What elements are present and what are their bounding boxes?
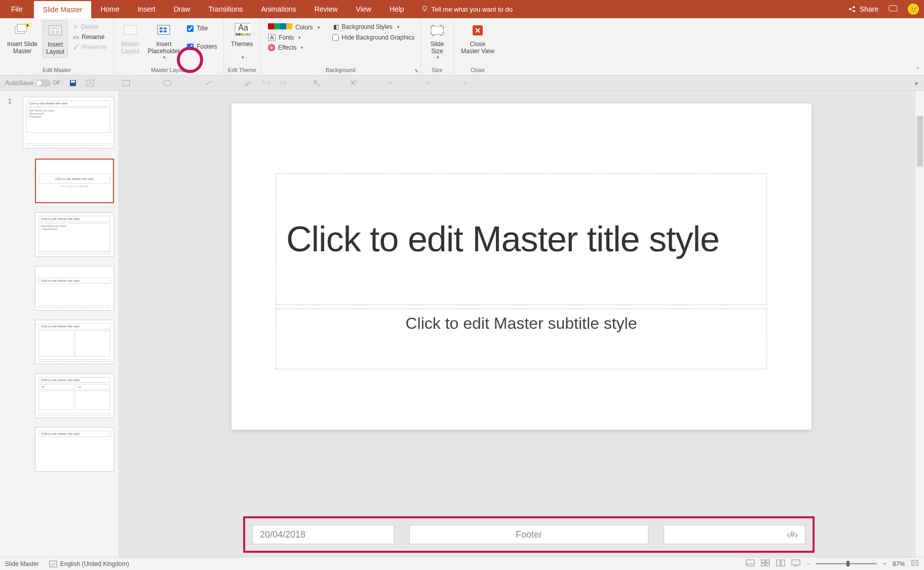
svg-point-0 (422, 6, 427, 10)
svg-rect-27 (249, 33, 250, 35)
menu-file[interactable]: File (0, 0, 34, 18)
qat-outline[interactable]: ✎▾ (261, 79, 271, 87)
hide-background-checkbox[interactable]: Hide Background Graphics (330, 32, 416, 43)
svg-rect-39 (761, 563, 765, 566)
qat-font-color[interactable]: A▾ (280, 79, 288, 87)
menu-animations[interactable]: Animations (252, 0, 305, 18)
menu-help[interactable]: Help (380, 0, 413, 18)
insert-placeholder-button[interactable]: Insert Placeholder▾ (145, 20, 183, 62)
collapse-ribbon-button[interactable]: ⌃ (915, 66, 920, 73)
footers-checkbox-input[interactable] (187, 44, 194, 50)
group-edit-master: ✦ Insert Slide Master Insert Layout ✕Del… (0, 18, 114, 75)
subtitle-placeholder[interactable]: Click to edit Master subtitle style (276, 309, 767, 369)
group-close-label: Close (458, 66, 497, 74)
footers-checkbox-label: Footers (197, 43, 217, 50)
menubar: File Slide Master Home Insert Draw Trans… (0, 0, 924, 18)
group-master-layout-label: Master Layout (118, 66, 219, 74)
textbox-icon: A (86, 80, 94, 87)
footers-checkbox[interactable]: Footers (185, 42, 219, 52)
background-styles-label: Background Styles (342, 23, 393, 30)
layout-thumbnail-6[interactable]: Click to edit Master title style (35, 427, 114, 472)
qat-align-center[interactable]: ≡ (426, 79, 430, 87)
background-styles-button[interactable]: ◧Background Styles▾ (330, 22, 416, 31)
layout-thumbnail-2[interactable]: Click to edit Master title style • Edit … (35, 212, 114, 257)
menu-slide-master[interactable]: Slide Master (34, 0, 92, 18)
vertical-scrollbar[interactable] (915, 91, 924, 557)
superscript-icon: X2 (351, 79, 357, 87)
svg-rect-11 (51, 27, 60, 29)
dialog-launcher-icon[interactable]: ⬊ (414, 68, 418, 73)
zoom-slider[interactable] (816, 563, 877, 564)
qat-line[interactable] (205, 83, 213, 83)
fonts-button[interactable]: AFonts▾ (265, 33, 323, 42)
share-label: Share (860, 5, 878, 13)
qat-align-right[interactable]: ≡ (463, 79, 467, 87)
language-button[interactable]: English (United Kingdom) (49, 560, 129, 567)
title-text: Click to edit Master title style (286, 219, 719, 259)
fit-to-window-button[interactable] (911, 559, 919, 568)
autosave-toggle[interactable]: AutoSave Off (5, 79, 60, 87)
menu-insert[interactable]: Insert (129, 0, 165, 18)
title-checkbox-input[interactable] (187, 25, 194, 32)
menu-review[interactable]: Review (305, 0, 347, 18)
insert-slide-master-button[interactable]: ✦ Insert Slide Master (4, 20, 41, 57)
qat-superscript[interactable]: X2 (351, 79, 357, 87)
footer-date-placeholder[interactable]: 20/04/2018 (252, 525, 394, 544)
menu-draw[interactable]: Draw (165, 0, 200, 18)
save-button[interactable] (69, 79, 77, 87)
themes-button[interactable]: Aa Themes▾ (228, 20, 256, 62)
notes-button[interactable] (746, 559, 755, 568)
hide-background-input[interactable] (332, 34, 339, 41)
delete-icon: ✕ (73, 23, 78, 30)
effects-button[interactable]: Effects▾ (265, 43, 323, 52)
zoom-handle[interactable] (846, 561, 850, 566)
insert-layout-button[interactable]: Insert Layout (43, 20, 68, 58)
footer-text-placeholder[interactable]: Footer (409, 525, 648, 544)
zoom-in-button[interactable]: + (883, 560, 887, 567)
rename-button[interactable]: ▭Rename (70, 32, 109, 42)
slide-size-button[interactable]: Slide Size▾ (425, 20, 449, 62)
title-placeholder[interactable]: Click to edit Master title style (276, 173, 767, 305)
footer-slidenum-placeholder[interactable]: ‹#› (664, 525, 805, 544)
slide-size-icon (429, 22, 445, 39)
master-thumbnail[interactable]: Click to edit Master title style • Edit … (23, 97, 114, 148)
emoji-icon[interactable]: 🙂 (908, 4, 919, 15)
share-button[interactable]: Share (849, 5, 878, 13)
colors-button[interactable]: Colors▾ (265, 22, 323, 32)
menu-view[interactable]: View (347, 0, 380, 18)
qat-align-left[interactable]: ≡ (388, 79, 392, 87)
qat-rectangle[interactable] (123, 80, 130, 86)
qat-textbox[interactable]: A (86, 80, 94, 87)
title-checkbox[interactable]: Title (185, 23, 219, 33)
qat-subscript[interactable]: X2 (313, 79, 320, 88)
qat-oval[interactable] (163, 80, 171, 86)
rectangle-icon (123, 80, 130, 86)
layout-thumbnail-4[interactable]: Click to edit Master title style (35, 320, 114, 364)
svg-text:Aa: Aa (238, 23, 248, 32)
align-left-icon: ≡ (388, 79, 392, 87)
tell-me-search[interactable]: Tell me what you want to do (420, 5, 512, 13)
qat-more[interactable]: ▸ (915, 79, 919, 87)
svg-rect-35 (746, 560, 754, 566)
slide-canvas[interactable]: Click to edit Master title style Click t… (232, 103, 812, 430)
qat-fill[interactable]: ◢▾ (244, 79, 252, 87)
svg-rect-41 (777, 560, 780, 566)
normal-view-button[interactable] (761, 559, 770, 568)
themes-label: Themes (231, 41, 253, 48)
zoom-out-button[interactable]: − (806, 560, 810, 567)
line-icon (205, 81, 212, 85)
reading-view-button[interactable] (776, 559, 785, 568)
zoom-level[interactable]: 87% (893, 560, 905, 567)
scrollbar-thumb[interactable] (917, 116, 923, 167)
close-master-view-button[interactable]: Close Master View (458, 20, 497, 57)
layout-thumbnail-1[interactable]: Click to edit Master title style Click t… (35, 159, 114, 203)
svg-rect-14 (124, 25, 136, 34)
slideshow-button[interactable] (791, 559, 800, 568)
menu-home[interactable]: Home (91, 0, 128, 18)
menu-transitions[interactable]: Transitions (199, 0, 252, 18)
layout-thumbnail-3[interactable]: Click to edit Master title style (35, 266, 114, 311)
layout-thumbnail-5[interactable]: Click to edit Master title style TextTex… (35, 373, 114, 418)
chevron-down-icon: ▾ (163, 55, 166, 60)
comment-icon[interactable] (889, 5, 898, 13)
group-size-label: Size (425, 66, 449, 74)
